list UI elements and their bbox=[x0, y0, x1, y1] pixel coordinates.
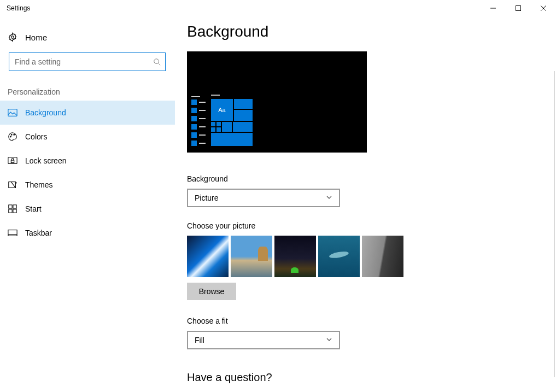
picture-thumbnail[interactable] bbox=[318, 236, 360, 277]
themes-icon bbox=[8, 180, 17, 190]
page-title: Background bbox=[187, 23, 556, 40]
home-label: Home bbox=[25, 33, 47, 42]
picture-icon bbox=[8, 108, 17, 118]
search-box[interactable] bbox=[9, 52, 166, 71]
palette-icon bbox=[8, 132, 17, 142]
sidebar-item-label: Background bbox=[25, 108, 66, 117]
minimize-button[interactable] bbox=[481, 0, 506, 16]
svg-rect-14 bbox=[9, 205, 12, 208]
sidebar-item-background[interactable]: Background bbox=[0, 101, 175, 125]
preview-sample-text: Aa bbox=[211, 99, 233, 121]
picture-thumbnail[interactable] bbox=[231, 236, 272, 277]
svg-point-9 bbox=[11, 134, 12, 136]
titlebar: Settings bbox=[0, 0, 556, 16]
sidebar-item-taskbar[interactable]: Taskbar bbox=[0, 221, 175, 245]
window-controls bbox=[481, 0, 556, 16]
svg-point-8 bbox=[10, 136, 11, 137]
svg-point-5 bbox=[154, 59, 159, 64]
svg-rect-7 bbox=[8, 109, 17, 116]
svg-rect-1 bbox=[516, 6, 521, 11]
window-title: Settings bbox=[0, 4, 30, 12]
background-type-label: Background bbox=[187, 174, 556, 183]
sidebar-item-label: Taskbar bbox=[25, 229, 52, 237]
svg-line-6 bbox=[159, 63, 161, 66]
picture-thumbnail[interactable] bbox=[187, 236, 229, 277]
gear-icon bbox=[8, 32, 17, 42]
svg-rect-18 bbox=[8, 230, 17, 236]
svg-rect-16 bbox=[9, 209, 12, 213]
taskbar-icon bbox=[8, 228, 17, 238]
dropdown-value: Fill bbox=[195, 336, 204, 344]
maximize-button[interactable] bbox=[506, 0, 531, 16]
lock-screen-icon bbox=[8, 156, 17, 166]
dropdown-value: Picture bbox=[195, 194, 219, 202]
main-panel: Background Aa bbox=[175, 16, 556, 392]
home-button[interactable]: Home bbox=[0, 25, 175, 49]
preview-start-menu-list bbox=[191, 96, 206, 147]
scrollbar[interactable] bbox=[554, 71, 555, 377]
svg-point-4 bbox=[11, 36, 14, 39]
picture-thumbnail[interactable] bbox=[274, 236, 316, 277]
sidebar-item-label: Themes bbox=[25, 180, 53, 189]
background-preview: Aa bbox=[187, 51, 367, 153]
section-label: Personalization bbox=[0, 71, 175, 101]
sidebar-item-start[interactable]: Start bbox=[0, 197, 175, 221]
close-button[interactable] bbox=[531, 0, 556, 16]
choose-picture-label: Choose your picture bbox=[187, 221, 556, 230]
sidebar: Home Personalization Background Colors bbox=[0, 16, 175, 392]
svg-rect-15 bbox=[13, 205, 16, 208]
sidebar-item-label: Colors bbox=[25, 132, 47, 141]
sidebar-item-label: Start bbox=[25, 204, 42, 213]
sidebar-item-themes[interactable]: Themes bbox=[0, 173, 175, 197]
sidebar-item-colors[interactable]: Colors bbox=[0, 125, 175, 149]
chevron-down-icon bbox=[326, 336, 332, 344]
chevron-down-icon bbox=[326, 194, 332, 202]
browse-button[interactable]: Browse bbox=[187, 283, 236, 300]
preview-start-tiles: Aa bbox=[211, 99, 253, 146]
picture-thumbnail[interactable] bbox=[362, 236, 403, 277]
svg-rect-17 bbox=[13, 209, 16, 213]
start-icon bbox=[8, 204, 17, 214]
sidebar-item-lock-screen[interactable]: Lock screen bbox=[0, 149, 175, 173]
search-icon[interactable] bbox=[149, 53, 165, 71]
search-input[interactable] bbox=[9, 57, 149, 66]
picture-thumbnails bbox=[187, 236, 556, 277]
svg-point-10 bbox=[14, 134, 15, 136]
choose-fit-label: Choose a fit bbox=[187, 317, 556, 325]
sidebar-item-label: Lock screen bbox=[25, 156, 66, 165]
svg-rect-12 bbox=[11, 160, 14, 163]
choose-fit-dropdown[interactable]: Fill bbox=[187, 331, 340, 349]
help-question-heading: Have a question? bbox=[187, 371, 556, 384]
background-type-dropdown[interactable]: Picture bbox=[187, 189, 340, 207]
